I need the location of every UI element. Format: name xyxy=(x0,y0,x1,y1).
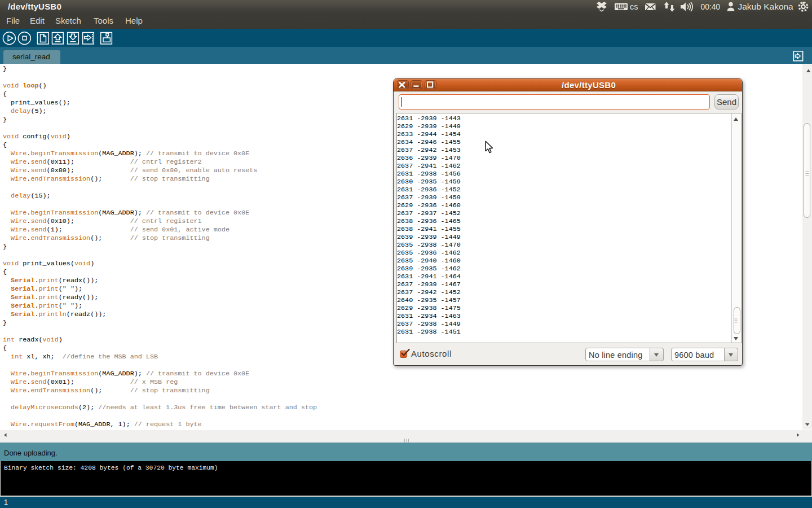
svg-text:cs: cs xyxy=(630,2,638,11)
svg-text:00:40: 00:40 xyxy=(701,3,721,11)
svg-text:Jakub Kakona: Jakub Kakona xyxy=(738,2,794,11)
